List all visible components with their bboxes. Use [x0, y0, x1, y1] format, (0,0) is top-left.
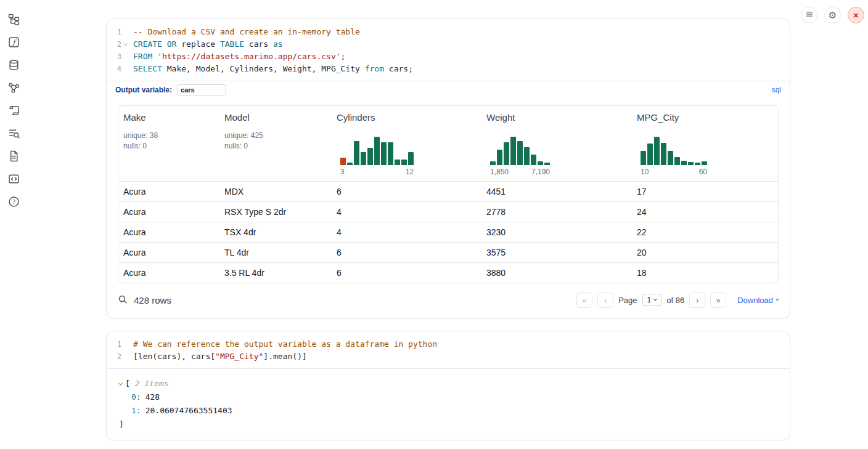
cell-model: RSX Type S 2dr — [219, 207, 332, 217]
column-name: Model — [224, 112, 327, 123]
gear-icon: ⚙ — [829, 10, 837, 21]
output-entry: 0: 428 — [119, 390, 780, 404]
svg-text:ƒ: ƒ — [11, 38, 17, 46]
column-name: Weight — [486, 112, 627, 123]
prev-page-button[interactable]: ‹ — [597, 292, 613, 308]
histogram-bar — [517, 141, 523, 165]
cell-model: TSX 4dr — [219, 227, 332, 237]
functions-icon[interactable]: ƒ — [7, 35, 20, 49]
line-number: 3 — [107, 51, 121, 63]
histogram-bar — [354, 141, 359, 165]
histogram-bar — [510, 137, 516, 165]
table-row[interactable]: Acura TL 4dr 6 3575 20 — [118, 242, 778, 262]
search-icon[interactable] — [118, 294, 128, 306]
topbar-actions: ⚙ × — [801, 7, 864, 23]
cylinders-histogram[interactable] — [340, 136, 414, 165]
column-stats: unique: 38nulls: 0 — [123, 131, 215, 152]
table-row[interactable]: Acura MDX 6 4451 17 — [118, 181, 778, 201]
table-row[interactable]: Acura TSX 4dr 4 3230 22 — [118, 222, 778, 242]
sql-keyword: CREATE — [133, 39, 162, 49]
histogram-bar — [347, 163, 353, 165]
items-count: 2 Items — [135, 377, 169, 390]
mpg-city-histogram[interactable] — [641, 136, 707, 165]
page-select[interactable]: 1 — [642, 294, 662, 306]
line-number: 1 — [107, 26, 121, 38]
first-page-button[interactable]: « — [576, 292, 592, 308]
column-stats: unique: 425nulls: 0 — [224, 131, 327, 152]
cell-mpg-city: 24 — [632, 207, 778, 217]
cell-cylinders: 6 — [332, 248, 481, 257]
histogram-bar — [647, 144, 653, 165]
histogram-bar — [504, 142, 509, 165]
shutdown-button[interactable]: × — [848, 7, 864, 23]
column-header-cylinders[interactable]: Cylinders 312 — [332, 106, 481, 181]
histogram-bar — [340, 158, 346, 165]
collapse-toggle-icon[interactable] — [118, 381, 123, 385]
cell-weight: 4451 — [481, 187, 632, 196]
dependency-graph-icon[interactable] — [7, 81, 20, 94]
code-text — [162, 39, 167, 49]
cell-mpg-city: 22 — [632, 227, 778, 237]
sidebar: ƒ ? — [0, 0, 27, 449]
line-number: 4 — [107, 63, 121, 75]
menu-icon — [805, 10, 814, 20]
table-row[interactable]: Acura RSX Type S 2dr 4 2778 24 — [118, 201, 778, 222]
cell-make: Acura — [118, 187, 219, 196]
table-row[interactable]: Acura 3.5 RL 4dr 6 3880 18 — [118, 262, 778, 283]
output-variable-label: Output variable: — [115, 86, 172, 94]
output-entry: 1: 20.060747663551403 — [119, 404, 780, 418]
download-button[interactable]: Download — [737, 296, 779, 305]
settings-button[interactable]: ⚙ — [824, 7, 841, 23]
histogram-bar — [531, 155, 536, 165]
axis-labels: 1060 — [641, 168, 707, 176]
cell-mpg-city: 17 — [632, 187, 778, 196]
column-header-mpg-city[interactable]: MPG_City 1060 — [632, 106, 778, 181]
column-header-model[interactable]: Model unique: 425nulls: 0 — [219, 106, 332, 181]
logs-icon[interactable] — [7, 126, 20, 140]
column-name: MPG_City — [637, 112, 773, 123]
entry-key: 0: — [131, 390, 141, 404]
column-header-weight[interactable]: Weight 1,8507,190 — [481, 106, 632, 181]
svg-text:?: ? — [12, 198, 15, 205]
snippets-icon[interactable] — [7, 172, 20, 185]
fold-toggle[interactable] — [121, 38, 129, 51]
histogram-bar — [401, 160, 407, 165]
histogram-bar — [654, 137, 660, 165]
sql-keyword: TABLE — [220, 39, 244, 49]
cell-mpg-city: 18 — [632, 268, 778, 278]
notebook-area: 1 -- Download a CSV and create an in-mem… — [106, 0, 790, 440]
language-badge[interactable]: sql — [772, 86, 781, 94]
output-open-bracket: [ — [125, 377, 130, 390]
histogram-bar — [681, 161, 687, 165]
entry-value: 428 — [145, 390, 160, 404]
sql-keyword: SELECT — [133, 64, 162, 73]
line-number: 1 — [107, 338, 121, 350]
file-explorer-icon[interactable] — [7, 12, 20, 26]
code-line: 2 [len(cars), cars["MPG_City"].mean()] — [107, 350, 790, 363]
histogram-bar — [674, 157, 680, 165]
scratchpad-icon[interactable] — [7, 103, 20, 117]
code-line: 1 -- Download a CSV and create an in-mem… — [107, 26, 790, 38]
sql-code-editor[interactable]: 1 -- Download a CSV and create an in-mem… — [107, 19, 790, 81]
output-close-bracket: ] — [119, 418, 124, 431]
chevron-down-icon — [123, 41, 128, 46]
datasources-icon[interactable] — [7, 58, 20, 71]
documentation-icon[interactable] — [7, 149, 20, 163]
help-icon[interactable]: ? — [7, 195, 20, 208]
column-name: Make — [123, 112, 215, 123]
cell-weight: 2778 — [481, 207, 632, 217]
sql-cell: 1 -- Download a CSV and create an in-mem… — [106, 18, 790, 318]
output-variable-input[interactable] — [177, 84, 226, 95]
python-code-editor[interactable]: 1 # We can reference the output variable… — [107, 331, 790, 368]
column-header-make[interactable]: Make unique: 38nulls: 0 — [118, 106, 219, 181]
weight-histogram[interactable] — [490, 136, 550, 165]
histogram-bar — [524, 147, 530, 165]
histogram-bar — [544, 163, 550, 165]
last-page-button[interactable]: » — [710, 292, 726, 308]
cell-weight: 3880 — [481, 268, 632, 278]
histogram-bar — [490, 161, 496, 165]
menu-button[interactable] — [801, 7, 817, 23]
python-output: [ 2 Items 0: 428 1: 20.060747663551403 ] — [107, 369, 790, 440]
code-text: ].mean()] — [263, 352, 306, 361]
next-page-button[interactable]: › — [689, 292, 705, 308]
